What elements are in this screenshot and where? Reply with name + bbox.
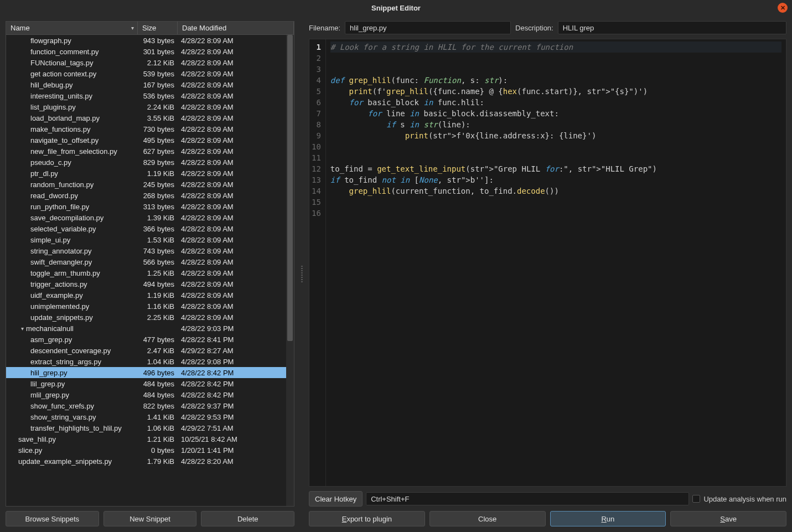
splitter-grip-icon (301, 266, 303, 282)
file-name-label: descendent_coverage.py (30, 347, 111, 355)
column-header-size[interactable]: Size (138, 22, 178, 34)
file-date-cell: 4/28/22 8:09 AM (178, 103, 294, 111)
file-row[interactable]: save_decompilation.py1.39 KiB4/28/22 8:0… (6, 212, 294, 223)
run-button[interactable]: Run (550, 511, 666, 526)
file-name-label: save_decompilation.py (30, 214, 103, 222)
clear-hotkey-button[interactable]: Clear Hotkey (309, 491, 363, 507)
close-label: Close (478, 515, 496, 523)
file-name-label: simple_ui.py (30, 236, 70, 244)
file-size-cell: 3.55 KiB (138, 114, 178, 122)
update-analysis-checkbox-wrap[interactable]: Update analysis when run (692, 495, 786, 503)
file-size-cell: 1.04 KiB (138, 358, 178, 366)
file-row[interactable]: selected_variable.py366 bytes4/28/22 8:0… (6, 223, 294, 234)
code-line: if s in str(line): (330, 119, 781, 130)
file-row[interactable]: navigate_to_offset.py495 bytes4/28/22 8:… (6, 135, 294, 146)
hotkey-input[interactable] (366, 492, 689, 505)
file-row[interactable]: function_comment.py301 bytes4/28/22 8:09… (6, 46, 294, 57)
file-rows[interactable]: flowgraph.py943 bytes4/28/22 8:09 AMfunc… (6, 35, 294, 506)
close-button[interactable]: Close (429, 511, 546, 526)
file-name-label: hlil_debug.py (30, 81, 73, 89)
filename-label: Filename: (309, 24, 340, 32)
file-row[interactable]: extract_string_args.py1.04 KiB4/28/22 9:… (6, 356, 294, 367)
file-row[interactable]: flowgraph.py943 bytes4/28/22 8:09 AM (6, 35, 294, 46)
file-row[interactable]: ptr_dl.py1.19 KiB4/28/22 8:09 AM (6, 168, 294, 179)
editor-code-area[interactable]: # Look for a string in HLIL for the curr… (326, 39, 786, 486)
file-date-cell: 4/28/22 8:42 PM (178, 391, 294, 399)
file-row[interactable]: hlil_grep.py496 bytes4/28/22 8:42 PM (6, 367, 294, 378)
save-button[interactable]: Save (670, 511, 786, 526)
column-header-date[interactable]: Date Modified (178, 22, 294, 34)
file-row[interactable]: read_dword.py268 bytes4/28/22 8:09 AM (6, 190, 294, 201)
file-row[interactable]: show_func_xrefs.py822 bytes4/28/22 9:37 … (6, 400, 294, 411)
file-name-cell: hlil_debug.py (6, 81, 138, 89)
file-row[interactable]: FUNctional_tags.py2.12 KiB4/28/22 8:09 A… (6, 57, 294, 68)
file-row[interactable]: save_hlil.py1.21 KiB10/25/21 8:42 AM (6, 433, 294, 445)
file-row[interactable]: swift_demangler.py566 bytes4/28/22 8:09 … (6, 256, 294, 267)
file-name-cell: save_hlil.py (6, 435, 138, 443)
window-close-button[interactable]: ✕ (778, 3, 788, 13)
file-row[interactable]: make_functions.py730 bytes4/28/22 8:09 A… (6, 123, 294, 135)
file-row[interactable]: toggle_arm_thumb.py1.25 KiB4/28/22 8:09 … (6, 267, 294, 278)
file-row[interactable]: random_function.py245 bytes4/28/22 8:09 … (6, 179, 294, 190)
code-line: print(str">f'0x{line.address:x}: {line}'… (330, 130, 781, 141)
file-row[interactable]: pseudo_c.py829 bytes4/28/22 8:09 AM (6, 157, 294, 168)
file-row[interactable]: unimplemented.py1.16 KiB4/28/22 8:09 AM (6, 301, 294, 312)
vertical-scrollbar[interactable] (286, 35, 294, 506)
file-row[interactable]: llil_grep.py484 bytes4/28/22 8:42 PM (6, 378, 294, 389)
left-button-row: Browse Snippets New Snippet Delete (6, 511, 294, 526)
new-snippet-label: New Snippet (130, 515, 170, 523)
file-row[interactable]: mlil_grep.py484 bytes4/28/22 8:42 PM (6, 389, 294, 400)
file-name-label: get action context.py (30, 70, 96, 78)
column-header-name[interactable]: Name ▾ (6, 22, 138, 34)
file-row[interactable]: new_file_from_selection.py627 bytes4/28/… (6, 146, 294, 157)
file-name-cell: random_function.py (6, 180, 138, 189)
delete-button[interactable]: Delete (201, 511, 294, 526)
code-line: def grep_hlil(func: Function, s: str): (330, 75, 781, 86)
file-date-cell: 4/28/22 8:09 AM (178, 291, 294, 299)
file-row[interactable]: transfer_highlights_to_hlil.py1.06 KiB4/… (6, 422, 294, 433)
editor-gutter: 12345678910111213141516 (309, 39, 326, 486)
description-input[interactable] (558, 21, 786, 34)
chevron-down-icon[interactable]: ▾ (18, 326, 26, 332)
file-row[interactable]: uidf_example.py1.19 KiB4/28/22 8:09 AM (6, 290, 294, 301)
file-row[interactable]: descendent_coverage.py2.47 KiB4/29/22 8:… (6, 345, 294, 356)
file-row[interactable]: update_example_snippets.py1.79 KiB4/28/2… (6, 456, 294, 467)
filename-input[interactable] (345, 21, 511, 34)
line-number: 12 (312, 163, 321, 174)
file-row[interactable]: hlil_debug.py167 bytes4/28/22 8:09 AM (6, 79, 294, 90)
code-editor[interactable]: 12345678910111213141516 # Look for a str… (309, 39, 786, 487)
file-row[interactable]: simple_ui.py1.53 KiB4/28/22 8:09 AM (6, 234, 294, 245)
scrollbar-thumb[interactable] (287, 35, 293, 341)
new-snippet-button[interactable]: New Snippet (103, 511, 197, 526)
file-name-cell: mlil_grep.py (6, 391, 138, 399)
file-row[interactable]: list_plugins.py2.24 KiB4/28/22 8:09 AM (6, 101, 294, 112)
right-pane: Filename: Description: 12345678910111213… (309, 21, 786, 526)
file-row[interactable]: asm_grep.py477 bytes4/28/22 8:41 PM (6, 334, 294, 345)
update-analysis-checkbox[interactable] (692, 495, 700, 503)
file-name-cell: show_string_vars.py (6, 413, 138, 421)
file-row[interactable]: update_snippets.py2.25 KiB4/28/22 8:09 A… (6, 312, 294, 323)
code-line (330, 64, 781, 75)
file-name-cell: show_func_xrefs.py (6, 402, 138, 410)
browse-snippets-button[interactable]: Browse Snippets (6, 511, 99, 526)
file-row[interactable]: load_borland_map.py3.55 KiB4/28/22 8:09 … (6, 112, 294, 123)
file-row[interactable]: trigger_actions.py494 bytes4/28/22 8:09 … (6, 278, 294, 290)
file-row[interactable]: run_python_file.py313 bytes4/28/22 8:09 … (6, 201, 294, 212)
file-row[interactable]: show_string_vars.py1.41 KiB4/28/22 9:53 … (6, 411, 294, 422)
file-name-cell: new_file_from_selection.py (6, 147, 138, 156)
file-size-cell: 1.53 KiB (138, 236, 178, 244)
export-to-plugin-button[interactable]: Export to plugin (309, 511, 425, 526)
file-size-cell: 2.25 KiB (138, 313, 178, 322)
file-name-label: function_comment.py (30, 48, 99, 56)
file-date-cell: 4/28/22 9:37 PM (178, 402, 294, 410)
folder-row[interactable]: ▾mechanicalnull4/28/22 9:03 PM (6, 323, 294, 334)
file-row[interactable]: get action context.py539 bytes4/28/22 8:… (6, 68, 294, 79)
code-line: if to_find not in [None, str">b'']: (330, 174, 781, 185)
file-name-label: save_hlil.py (18, 435, 56, 443)
pane-splitter[interactable] (300, 21, 303, 526)
file-date-cell: 4/28/22 8:09 AM (178, 236, 294, 244)
file-name-label: slice.py (18, 446, 42, 454)
file-row[interactable]: string_annotator.py743 bytes4/28/22 8:09… (6, 245, 294, 256)
file-row[interactable]: slice.py0 bytes1/20/21 1:41 PM (6, 445, 294, 456)
file-row[interactable]: interesting_units.py536 bytes4/28/22 8:0… (6, 90, 294, 101)
